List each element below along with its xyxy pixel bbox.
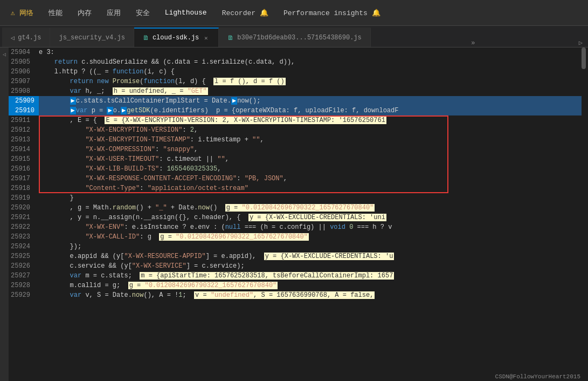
scroll-thumb[interactable] [582,47,586,69]
code-line-25908: 25908 var h, _; h = undefined, _ = "GET" [9,86,582,96]
line-content: var m = c.stats; m = {apiStartTime: 1657… [39,271,582,281]
watermark: CSDN@FollowYourHeart2015 [495,373,580,380]
tab-gt4[interactable]: ◁ gt4.js [2,28,50,47]
menu-app[interactable]: 应用 [100,6,127,20]
code-line-25914: 25914 "X-WX-COMPRESSION": "snappy", [9,145,582,154]
line-number: 25911 [9,115,39,125]
line-number: 25923 [9,232,39,242]
tab-bar: ◁ gt4.js js_security_v4.js 🗎 cloud-sdk.j… [0,26,588,47]
line-number: 25918 [9,183,39,193]
menu-network[interactable]: ⚠ 网络 [4,6,40,20]
code-line-25921: 25921 , y = n.__assign(n.__assign({}, c.… [9,213,582,222]
line-number: 25907 [9,77,39,86]
line-content: "Content-Type": "application/octet-strea… [39,183,582,193]
editor-area: ◁ 25904 e 3: 25905 return c.shouldSerial… [0,47,588,381]
line-content: c.service && (y["X-WX-SERVICE"] = c.serv… [39,261,582,271]
left-panel-toggle[interactable]: ◁ [0,50,9,59]
line-content: e.appid && (y["X-WX-RESOURCE-APPID"] = e… [39,251,582,261]
code-line-25909: 25909 ▶c.stats.tsCallContainerImplStart … [9,96,582,106]
code-line-25918: 25918 "Content-Type": "application/octet… [9,183,582,193]
menu-memory[interactable]: 内存 [71,6,98,20]
line-number: 25929 [9,290,39,300]
code-line-25905: 25905 return c.shouldSerialize && (c.dat… [9,57,582,67]
left-indicator: ◁ [0,47,9,381]
line-number: 25912 [9,125,39,135]
scrollbar[interactable] [582,47,588,381]
code-line-25911: 25911 , E = { E = {X-WX-ENCRYPTION-VERSI… [9,115,582,125]
line-number: 25916 [9,164,39,174]
code-line-25923: 25923 "X-WX-CALL-ID": g g = "0.012084269… [9,232,582,242]
code-line-25928: 25928 m.callid = g; g = "0.0120842696790… [9,281,582,290]
menu-lighthouse[interactable]: Lighthouse [158,6,213,19]
tab-jssecurity[interactable]: js_security_v4.js [50,28,134,47]
tab-overflow-button[interactable]: » [467,39,479,47]
line-number: 25927 [9,271,39,281]
tab-label: cloud-sdk.js [153,34,199,42]
line-number: 25926 [9,261,39,271]
line-number: 25919 [9,193,39,203]
line-number: 25917 [9,174,39,183]
line-number: 25906 [9,67,39,77]
line-number: 25904 [9,47,39,57]
tab-file-icon: 🗎 [143,34,149,42]
code-line-25912: 25912 "X-WX-ENCRYPTION-VERSION": 2, [9,125,582,135]
tab-label: gt4.js [18,34,41,42]
line-content: "X-WX-RESPONSE-CONTENT-ACCEPT-ENCODING":… [39,174,582,183]
line-number: 25905 [9,57,39,67]
tab-cloudsdk[interactable]: 🗎 cloud-sdk.js ✕ [134,28,219,47]
tab-label: js_security_v4.js [59,34,124,42]
line-number: 25928 [9,281,39,290]
code-line-25915: 25915 "X-WX-USER-TIMEOUT": c.timeout || … [9,154,582,164]
line-content: "X-WX-ENV": e.isInstance ? e.env : (null… [39,222,582,232]
line-content: "X-WX-LIB-BUILD-TS": 1655460325335, [39,164,582,174]
menu-performance-insights[interactable]: Performance insights 🔔 [277,6,387,19]
tab-expand-button[interactable]: ▷ [576,39,586,47]
code-line-25927: 25927 var m = c.stats; m = {apiStartTime… [9,271,582,281]
line-content: var h, _; h = undefined, _ = "GET" [39,86,582,96]
line-content: ▶var p = ▶o.▶getSDK(e.identifiers) p = {… [39,106,582,115]
tab-collapse-icon: ◁ [11,34,15,42]
line-number: 25908 [9,86,39,96]
line-number: 25910 [9,106,39,115]
code-line-25920: 25920 , g = Math.random() + "_" + Date.n… [9,203,582,213]
tab-close-button[interactable]: ✕ [202,34,210,42]
code-line-25922: 25922 "X-WX-ENV": e.isInstance ? e.env :… [9,222,582,232]
code-line-25925: 25925 e.appid && (y["X-WX-RESOURCE-APPID… [9,251,582,261]
line-content: "X-WX-CALL-ID": g g = "0.012084269679032… [39,232,582,242]
line-content: , y = n.__assign(n.__assign({}, c.header… [39,213,582,222]
line-content: m.callid = g; g = "0.0120842696790322_16… [39,281,582,290]
line-content: "X-WX-USER-TIMEOUT": c.timeout || "", [39,154,582,164]
line-number: 25913 [9,135,39,145]
code-line-25913: 25913 "X-WX-ENCRYPTION-TIMESTAMP": i.tim… [9,135,582,145]
line-content: l.http ? ((_ = function(i, c) { [39,67,582,77]
code-line-25929: 25929 var v, S = Date.now(), A = !1; v =… [9,290,582,300]
line-content: return c.shouldSerialize && (c.data = i.… [39,57,582,67]
line-number: 25914 [9,145,39,154]
menu-security[interactable]: 安全 [129,6,156,20]
line-content: "X-WX-ENCRYPTION-VERSION": 2, [39,125,582,135]
tab-file-icon: 🗎 [227,34,234,42]
code-line-25917: 25917 "X-WX-RESPONSE-CONTENT-ACCEPT-ENCO… [9,174,582,183]
line-number: 25922 [9,222,39,232]
line-content: "X-WX-ENCRYPTION-TIMESTAMP": i.timestamp… [39,135,582,145]
code-line-25926: 25926 c.service && (y["X-WX-SERVICE"] = … [9,261,582,271]
code-container[interactable]: 25904 e 3: 25905 return c.shouldSerializ… [9,47,582,381]
code-line-25919: 25919 } [9,193,582,203]
menu-bar: ⚠ 网络 性能 内存 应用 安全 Lighthouse Recorder 🔔 P… [0,0,588,26]
code-line-25916: 25916 "X-WX-LIB-BUILD-TS": 1655460325335… [9,164,582,174]
tab-b30e[interactable]: 🗎 b30e71bd6deab03...57165438690.js [219,28,370,47]
line-number: 25921 [9,213,39,222]
line-content: }); [39,242,582,251]
tab-label: b30e71bd6deab03...57165438690.js [237,34,361,42]
line-content: "X-WX-COMPRESSION": "snappy", [39,145,582,154]
line-number: 25925 [9,251,39,261]
menu-perf[interactable]: 性能 [42,6,69,20]
code-line-25904: 25904 e 3: [9,47,582,57]
code-line-25924: 25924 }); [9,242,582,251]
code-line-25910: 25910 ▶var p = ▶o.▶getSDK(e.identifiers)… [9,106,582,115]
line-number: 25909 [9,96,39,106]
line-content: , g = Math.random() + "_" + Date.now() g… [39,203,582,213]
line-content: } [39,193,582,203]
menu-recorder[interactable]: Recorder 🔔 [216,6,275,19]
code-line-25906: 25906 l.http ? ((_ = function(i, c) { [9,67,582,77]
